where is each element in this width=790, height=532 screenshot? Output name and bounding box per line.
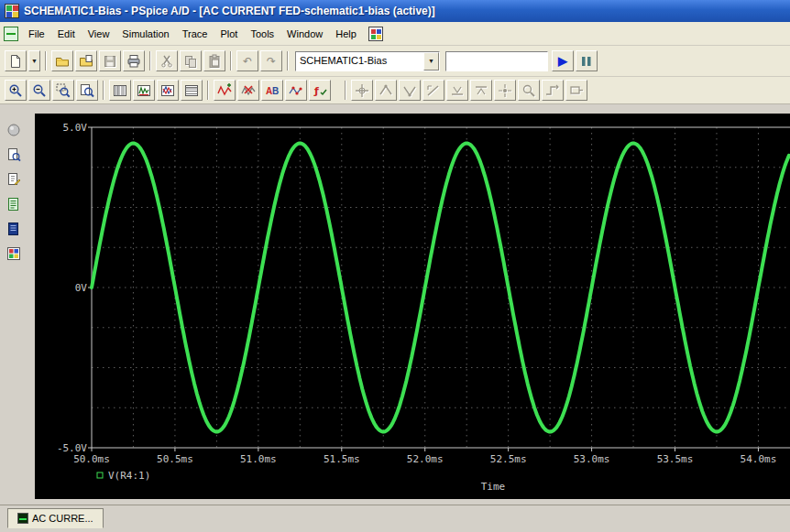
combobox-dropdown-button[interactable]: ▼ bbox=[423, 52, 439, 71]
plot-toolbar: AB ƒ bbox=[0, 77, 790, 104]
delete-traces-icon bbox=[241, 83, 256, 98]
view-circuit-file-icon bbox=[6, 147, 21, 162]
run-button[interactable]: ▶ bbox=[552, 50, 574, 71]
edit-simulation-profile-button[interactable] bbox=[4, 170, 24, 189]
new-button[interactable] bbox=[5, 50, 27, 71]
save-button[interactable] bbox=[99, 50, 121, 71]
x-tick-label: 50.5ms bbox=[157, 453, 193, 465]
toggle-cursor-button[interactable] bbox=[351, 80, 373, 101]
print-icon bbox=[126, 54, 141, 69]
delete-traces-button[interactable] bbox=[237, 80, 259, 101]
menu-trace[interactable]: Trace bbox=[176, 25, 214, 43]
status-window-icon[interactable] bbox=[368, 27, 383, 41]
performance-analysis-button[interactable] bbox=[157, 80, 179, 101]
x-tick-label: 51.0ms bbox=[240, 453, 277, 465]
view-output-file-icon bbox=[6, 197, 21, 212]
print-button[interactable] bbox=[123, 50, 145, 71]
x-tick-label: 54.0ms bbox=[741, 453, 777, 465]
cursor-point-button[interactable] bbox=[494, 80, 516, 101]
cursor-min-button[interactable] bbox=[446, 80, 468, 101]
simulation-profile-combobox[interactable]: SCHEMATIC1-Bias ▼ bbox=[295, 51, 440, 71]
mark-data-points-button[interactable] bbox=[285, 80, 307, 101]
fourier-transform-button[interactable] bbox=[133, 80, 155, 101]
toolbar-separator bbox=[207, 81, 209, 100]
menu-help[interactable]: Help bbox=[329, 25, 363, 43]
simulation-settings-button[interactable] bbox=[4, 244, 24, 263]
copy-button[interactable] bbox=[180, 50, 202, 71]
zoom-fit-icon bbox=[80, 83, 94, 98]
cut-button[interactable] bbox=[156, 50, 178, 71]
open-folder-icon bbox=[55, 54, 70, 69]
redo-button[interactable]: ↷ bbox=[260, 50, 282, 71]
cursor-slope-icon bbox=[426, 83, 441, 98]
zoom-in-button[interactable] bbox=[5, 80, 27, 101]
edit-simulation-profile-icon bbox=[6, 172, 21, 187]
view-circuit-file-button[interactable] bbox=[4, 146, 24, 164]
cursor-trough-icon bbox=[402, 83, 417, 98]
cursor-search-button[interactable] bbox=[518, 80, 540, 101]
window-title: SCHEMATIC1-Bias - PSpice A/D - [AC CURRE… bbox=[24, 5, 435, 17]
menu-window[interactable]: Window bbox=[280, 25, 329, 43]
pause-button[interactable] bbox=[576, 50, 598, 71]
titlebar: SCHEMATIC1-Bias - PSpice A/D - [AC CURRE… bbox=[0, 0, 790, 22]
view-simulation-queue-button[interactable] bbox=[4, 220, 24, 238]
cursor-slope-button[interactable] bbox=[422, 80, 444, 101]
open-button[interactable] bbox=[51, 50, 73, 71]
x-tick-label: 52.0ms bbox=[407, 453, 444, 465]
schematic-child-icon[interactable] bbox=[4, 27, 18, 41]
text-label-button[interactable]: AB bbox=[261, 80, 283, 101]
menu-view[interactable]: View bbox=[82, 25, 116, 43]
undo-button[interactable]: ↶ bbox=[236, 50, 258, 71]
simulation-status-button[interactable] bbox=[4, 121, 24, 139]
view-output-file-button[interactable] bbox=[4, 195, 24, 213]
menu-tools[interactable]: Tools bbox=[244, 25, 280, 43]
log-x-axis-icon bbox=[113, 83, 127, 98]
dropdown-arrow-icon: ▼ bbox=[428, 58, 434, 64]
pause-icon bbox=[581, 56, 592, 67]
menu-simulation[interactable]: Simulation bbox=[115, 25, 175, 43]
tab-ac-current[interactable]: AC CURRE... bbox=[7, 508, 104, 528]
x-tick-label: 53.5ms bbox=[657, 453, 694, 465]
redo-arrow-icon: ↷ bbox=[267, 56, 276, 67]
x-tick-label: 52.5ms bbox=[490, 453, 527, 465]
eval-goal-function-button[interactable]: ƒ bbox=[309, 80, 331, 101]
new-file-icon bbox=[8, 54, 23, 69]
menu-edit[interactable]: Edit bbox=[51, 25, 82, 43]
cursor-peak-button[interactable] bbox=[375, 80, 397, 101]
mark-label-button[interactable] bbox=[565, 80, 587, 101]
open-simulation-button[interactable] bbox=[75, 50, 97, 71]
secondary-combobox-value bbox=[446, 52, 547, 71]
paste-button[interactable] bbox=[203, 50, 225, 71]
next-transition-button[interactable] bbox=[542, 80, 564, 101]
secondary-combobox[interactable] bbox=[445, 51, 548, 71]
pspice-app-icon[interactable] bbox=[5, 4, 19, 18]
add-trace-button[interactable] bbox=[214, 80, 236, 101]
waveform-plot-canvas[interactable]: 50.0ms50.5ms51.0ms51.5ms52.0ms52.5ms53.0… bbox=[35, 114, 790, 499]
x-tick-label: 50.0ms bbox=[73, 453, 110, 465]
zoom-area-icon bbox=[56, 83, 71, 98]
new-dropdown-button[interactable]: ▼ bbox=[28, 50, 40, 71]
simulation-profile-value: SCHEMATIC1-Bias bbox=[296, 52, 423, 71]
dropdown-arrow-icon: ▼ bbox=[31, 58, 38, 64]
x-tick-label: 53.0ms bbox=[574, 453, 610, 465]
cursor-max-button[interactable] bbox=[470, 80, 492, 101]
copy-icon bbox=[183, 54, 198, 69]
add-trace-icon bbox=[217, 83, 232, 98]
menu-plot[interactable]: Plot bbox=[214, 25, 244, 43]
zoom-area-button[interactable] bbox=[52, 80, 74, 101]
zoom-fit-button[interactable] bbox=[76, 80, 98, 101]
zoom-out-button[interactable] bbox=[28, 80, 50, 101]
simulation-settings-icon bbox=[6, 246, 21, 261]
menu-file[interactable]: File bbox=[22, 25, 51, 43]
plot-window: 50.0ms50.5ms51.0ms51.5ms52.0ms52.5ms53.0… bbox=[27, 104, 790, 505]
cursor-trough-button[interactable] bbox=[399, 80, 421, 101]
cursor-peak-icon bbox=[379, 83, 393, 98]
waveform-tab-icon bbox=[17, 513, 28, 524]
log-y-axis-button[interactable] bbox=[181, 80, 203, 101]
standard-toolbar: ▼ ↶ ↷ SCHEMAT bbox=[0, 46, 790, 77]
log-x-axis-button[interactable] bbox=[109, 80, 131, 101]
legend-marker bbox=[97, 472, 103, 478]
open-simulation-icon bbox=[79, 54, 93, 69]
toolbar-separator bbox=[345, 81, 346, 100]
legend-label[interactable]: V(R4:1) bbox=[108, 470, 150, 482]
